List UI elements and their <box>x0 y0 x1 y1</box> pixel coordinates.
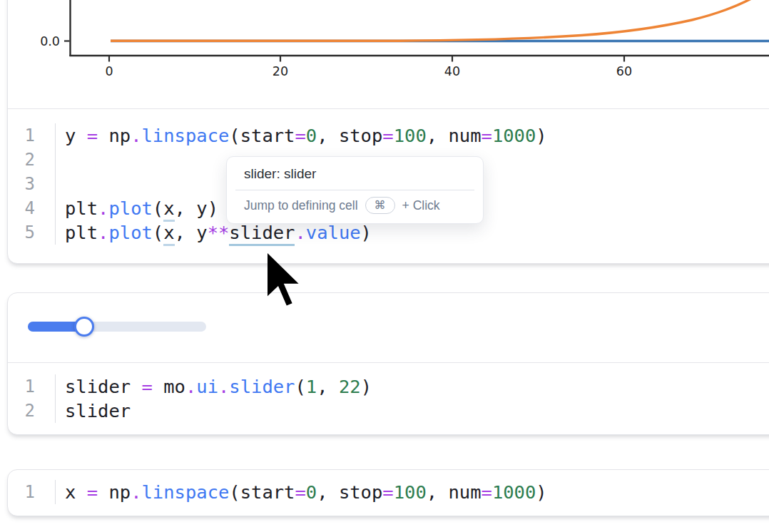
code-line[interactable]: 1y = np.linspace(start=0, stop=100, num=… <box>8 123 769 148</box>
tooltip-action-label: Jump to defining cell <box>244 198 358 213</box>
code-line[interactable]: 2slider <box>8 399 769 423</box>
code-editor-x-cell[interactable]: 1x = np.linspace(start=0, stop=100, num=… <box>8 470 769 514</box>
code-editor-slider-cell[interactable]: 1slider = mo.ui.slider(1, 22)2slider <box>8 363 769 433</box>
x-tick-label: 20 <box>273 64 288 78</box>
command-key-badge: ⌘ <box>365 197 395 214</box>
code-line[interactable]: 1slider = mo.ui.slider(1, 22) <box>8 374 769 399</box>
plot-cell-output: 0.0 0 20 40 60 <box>8 0 769 108</box>
code-text[interactable]: slider <box>55 399 131 423</box>
slider-track[interactable] <box>28 322 206 332</box>
variable-hover-tooltip: slider: slider Jump to defining cell ⌘ +… <box>226 156 484 224</box>
cell-x: 1x = np.linspace(start=0, stop=100, num=… <box>7 469 769 516</box>
line-number: 1 <box>8 123 35 148</box>
x-tick-label: 40 <box>444 64 460 78</box>
code-text[interactable]: y = np.linspace(start=0, stop=100, num=1… <box>55 123 547 148</box>
line-number: 4 <box>8 196 35 220</box>
tooltip-title: slider: slider <box>227 157 483 190</box>
code-text[interactable]: plt.plot(x, y**slider.value) <box>55 220 372 245</box>
x-tick-label: 60 <box>616 64 632 78</box>
line-number: 1 <box>8 374 35 399</box>
code-text[interactable]: plt.plot(x, y) <box>55 196 218 220</box>
y-tick-label: 0.0 <box>40 34 60 48</box>
line-number: 5 <box>8 220 35 245</box>
x-tick-label: 0 <box>105 64 113 78</box>
code-text[interactable]: x = np.linspace(start=0, stop=100, num=1… <box>55 480 547 504</box>
cell-plot: 0.0 0 20 40 60 1y = np.linspace(start=0,… <box>7 0 769 264</box>
slider-cell-output <box>8 293 769 362</box>
cell-slider: 1slider = mo.ui.slider(1, 22)2slider <box>7 292 769 435</box>
plot-figure: 0.0 0 20 40 60 <box>0 0 769 109</box>
line-number: 1 <box>8 480 35 504</box>
code-line[interactable]: 5plt.plot(x, y**slider.value) <box>8 220 769 245</box>
code-text[interactable] <box>55 148 76 172</box>
tooltip-click-label: + Click <box>402 198 440 213</box>
code-text[interactable]: slider = mo.ui.slider(1, 22) <box>55 374 372 399</box>
line-number: 3 <box>8 172 35 196</box>
line-number: 2 <box>8 399 35 423</box>
code-text[interactable] <box>55 172 76 196</box>
plot-line-orange <box>111 0 754 41</box>
slider-handle[interactable] <box>74 317 94 337</box>
line-number: 2 <box>8 148 35 172</box>
code-line[interactable]: 1x = np.linspace(start=0, stop=100, num=… <box>8 480 769 504</box>
